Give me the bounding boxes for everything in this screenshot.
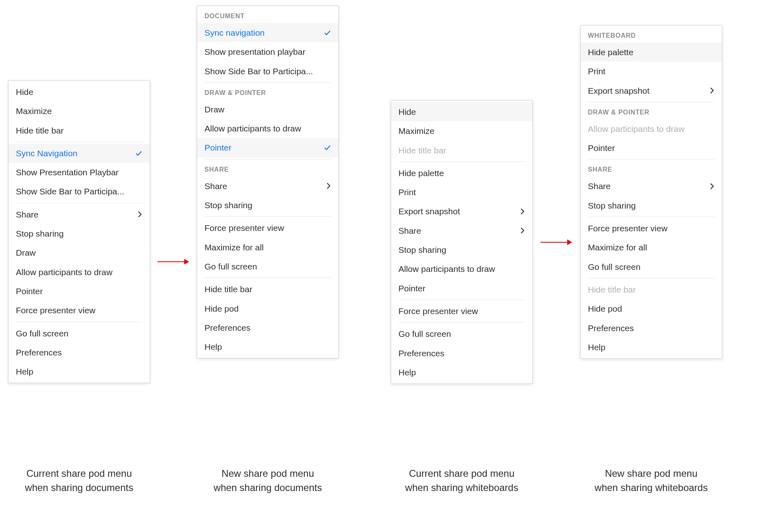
menu-item-label: Allow participants to draw [16,267,112,278]
menu-item-label: Hide pod [204,303,239,314]
menu-item-allow-participants-to-draw[interactable]: Allow participants to draw [391,259,532,278]
menu-item-allow-participants-to-draw[interactable]: Allow participants to draw [197,119,338,138]
menu-item-help[interactable]: Help [197,337,338,356]
check-icon [324,144,331,151]
menu-item-label: Force presenter view [16,305,95,316]
menu-item-label: Pointer [588,142,615,153]
menu-item-show-presentation-playbar[interactable]: Show presentation playbar [197,42,338,61]
menu-item-hide[interactable]: Hide [9,82,150,101]
menu-item-show-side-bar-to-participa[interactable]: Show Side Bar to Participa... [197,62,338,81]
menu-item-sync-navigation[interactable]: Sync Navigation [9,144,150,163]
menu-item-force-presenter-view[interactable]: Force presenter view [9,301,150,320]
menu-item-pointer[interactable]: Pointer [581,138,722,157]
menu-item-share[interactable]: Share [9,205,150,224]
menu-item-help[interactable]: Help [581,338,722,357]
menu-item-preferences[interactable]: Preferences [197,318,338,337]
menu-item-label: Show Presentation Playbar [16,167,118,178]
menu-item-maximize[interactable]: Maximize [9,101,150,121]
menu-item-maximize[interactable]: Maximize [391,121,532,140]
menu-item-label: Maximize for all [204,242,264,253]
menu-item-print[interactable]: Print [581,62,722,81]
menu-divider [398,162,525,162]
menu-item-hide-title-bar[interactable]: Hide title bar [9,121,150,140]
menu-item-hide-pod[interactable]: Hide pod [197,299,338,318]
menu-item-label: Show Side Bar to Participa... [204,66,313,77]
menu-item-hide-pod[interactable]: Hide pod [581,299,722,318]
check-icon [135,150,142,157]
menu-item-label: Stop sharing [588,200,636,211]
menu-item-force-presenter-view[interactable]: Force presenter view [197,218,338,237]
menu-item-help[interactable]: Help [9,362,150,381]
menu-section-header-document: DOCUMENT [197,8,338,23]
menu-item-pointer[interactable]: Pointer [391,279,532,298]
menu-item-stop-sharing[interactable]: Stop sharing [9,224,150,243]
menu-divider [204,278,331,278]
menu-item-allow-participants-to-draw[interactable]: Allow participants to draw [9,263,150,282]
menu-item-label: Stop sharing [16,228,64,239]
menu-item-preferences[interactable]: Preferences [9,343,150,362]
menu-item-go-full-screen[interactable]: Go full screen [9,324,150,343]
menu-item-preferences[interactable]: Preferences [581,319,722,338]
caption-current-documents: Current share pod menuwhen sharing docum… [8,467,150,495]
menu-item-label: Help [588,342,605,353]
menu-item-export-snapshot[interactable]: Export snapshot [581,81,722,100]
menu-item-label: Help [398,367,416,378]
menu-item-stop-sharing[interactable]: Stop sharing [581,196,722,215]
menu-item-pointer[interactable]: Pointer [197,138,338,157]
menu-item-force-presenter-view[interactable]: Force presenter view [581,219,722,238]
menu-item-share[interactable]: Share [581,177,722,196]
menu-item-label: Go full screen [204,261,257,272]
menu-item-label: Allow participants to draw [398,263,495,274]
menu-item-label: Maximize [16,106,52,116]
menu-item-share[interactable]: Share [197,177,338,196]
menu-item-maximize-for-all[interactable]: Maximize for all [197,238,338,257]
menu-item-preferences[interactable]: Preferences [391,344,532,363]
menu-item-label: Show presentation playbar [204,46,306,57]
menu-item-print[interactable]: Print [391,183,532,202]
menu-section-header-share: SHARE [197,161,338,177]
menu-item-label: Pointer [16,286,43,297]
menu-item-sync-navigation[interactable]: Sync navigation [197,23,338,42]
menu-item-label: Hide palette [588,47,633,58]
menu-item-stop-sharing[interactable]: Stop sharing [391,240,532,259]
menu-item-label: Go full screen [588,261,641,272]
menu-item-hide-title-bar: Hide title bar [391,141,532,160]
menu-item-label: Print [588,66,605,77]
menu-divider [588,217,714,217]
menu-item-draw[interactable]: Draw [9,243,150,262]
caption-current-whiteboards: Current share pod menuwhen sharing white… [391,467,533,495]
menu-item-help[interactable]: Help [391,363,532,382]
menu-divider [398,299,525,300]
menu-item-export-snapshot[interactable]: Export snapshot [391,202,532,221]
menu-item-share[interactable]: Share [391,221,532,240]
menu-item-show-side-bar-to-participa[interactable]: Show Side Bar to Participa... [9,182,150,201]
menu-divider [16,142,142,142]
menu-divider [204,159,331,159]
menu-item-show-presentation-playbar[interactable]: Show Presentation Playbar [9,163,150,182]
menu-item-label: Draw [204,104,224,115]
menu-item-force-presenter-view[interactable]: Force presenter view [391,302,532,321]
menu-item-label: Maximize [398,125,435,136]
menu-divider [588,159,714,159]
menu-item-hide[interactable]: Hide [391,102,532,121]
menu-item-draw[interactable]: Draw [197,100,338,119]
menu-item-hide-palette[interactable]: Hide palette [581,43,722,62]
menu-item-label: Stop sharing [204,200,252,211]
menu-item-label: Hide title bar [588,284,636,295]
menu-item-stop-sharing[interactable]: Stop sharing [197,196,338,215]
menu-item-go-full-screen[interactable]: Go full screen [391,324,532,343]
menu-item-label: Pointer [204,142,232,153]
menu-item-allow-participants-to-draw: Allow participants to draw [581,119,722,138]
menu-item-go-full-screen[interactable]: Go full screen [197,257,338,276]
menu-divider [16,322,142,322]
menu-item-go-full-screen[interactable]: Go full screen [581,257,722,276]
menu-section-header-draw-pointer: DRAW & POINTER [581,104,722,119]
menu-item-hide-palette[interactable]: Hide palette [391,164,532,183]
menu-item-hide-title-bar[interactable]: Hide title bar [197,280,338,299]
menu-item-pointer[interactable]: Pointer [9,282,150,301]
menu-current-documents: HideMaximizeHide title barSync Navigatio… [8,80,150,383]
menu-item-label: Share [398,225,421,236]
menu-divider [588,278,714,278]
menu-item-maximize-for-all[interactable]: Maximize for all [581,238,722,257]
menu-item-label: Help [16,366,33,377]
